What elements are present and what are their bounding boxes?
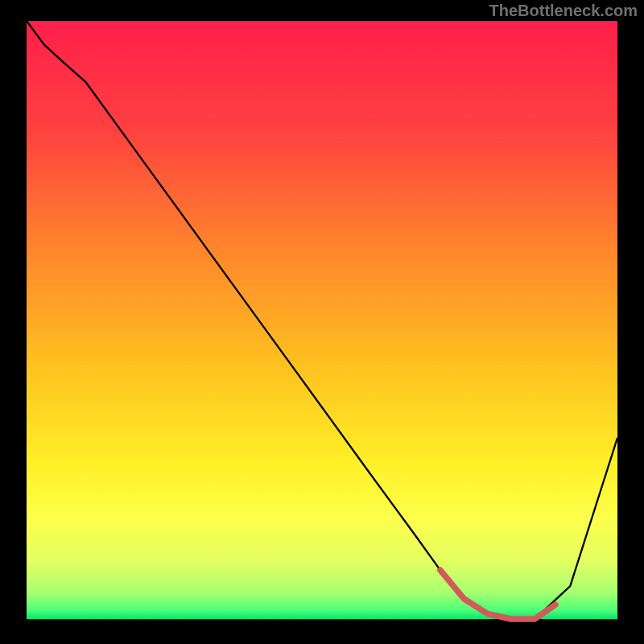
chart-container: TheBottleneck.com bbox=[0, 0, 644, 644]
bottleneck-chart bbox=[0, 0, 644, 644]
plot-background bbox=[27, 21, 617, 619]
watermark-text: TheBottleneck.com bbox=[489, 2, 638, 20]
